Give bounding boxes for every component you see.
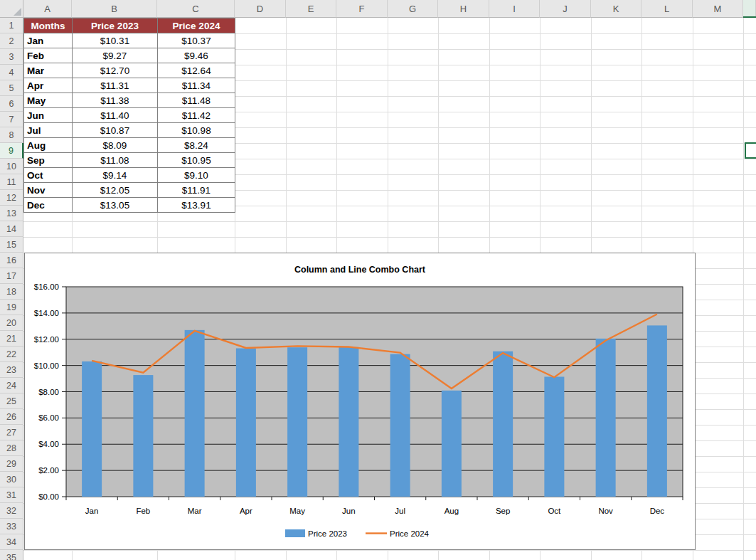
- y-axis-label: $0.00: [38, 492, 59, 501]
- table-header-cell[interactable]: Price 2023: [73, 19, 158, 33]
- row-header-5[interactable]: 5: [0, 80, 23, 96]
- price-cell[interactable]: $10.87: [73, 123, 158, 138]
- price-cell[interactable]: $9.10: [158, 168, 235, 183]
- row-header-35[interactable]: 35: [0, 550, 23, 560]
- column-header-E[interactable]: E: [286, 0, 336, 18]
- row-header-23[interactable]: 23: [0, 362, 23, 378]
- price-cell[interactable]: $11.34: [158, 78, 235, 93]
- month-cell[interactable]: Mar: [24, 63, 73, 78]
- row-header-33[interactable]: 33: [0, 519, 23, 534]
- price-cell[interactable]: $13.91: [158, 198, 235, 213]
- price-cell[interactable]: $11.38: [73, 93, 158, 108]
- price-cell[interactable]: $10.31: [73, 33, 158, 48]
- month-cell[interactable]: Jan: [24, 33, 73, 48]
- price-cell[interactable]: $11.48: [158, 93, 235, 108]
- table-row: Dec$13.05$13.91: [24, 198, 235, 213]
- row-header-3[interactable]: 3: [0, 49, 23, 65]
- price-cell[interactable]: $9.14: [73, 168, 158, 183]
- month-cell[interactable]: Jun: [24, 108, 73, 123]
- row-header-6[interactable]: 6: [0, 96, 23, 112]
- row-header-24[interactable]: 24: [0, 378, 23, 393]
- price-cell[interactable]: $11.42: [158, 108, 235, 123]
- row-header-4[interactable]: 4: [0, 65, 23, 80]
- price-cell[interactable]: $12.64: [158, 63, 235, 78]
- x-axis-label: Aug: [444, 507, 459, 515]
- row-header-10[interactable]: 10: [0, 159, 23, 174]
- price-cell[interactable]: $9.46: [158, 48, 235, 63]
- column-header-F[interactable]: F: [336, 0, 388, 18]
- price-cell[interactable]: $13.05: [73, 198, 158, 213]
- select-all-corner[interactable]: [0, 0, 23, 18]
- column-header-B[interactable]: B: [72, 0, 157, 18]
- price-cell[interactable]: $10.98: [158, 123, 235, 138]
- column-header-K[interactable]: K: [591, 0, 641, 18]
- row-header-27[interactable]: 27: [0, 425, 23, 440]
- price-cell[interactable]: $11.40: [73, 108, 158, 123]
- price-cell[interactable]: $9.27: [73, 48, 158, 63]
- price-cell[interactable]: $11.31: [73, 78, 158, 93]
- column-header-J[interactable]: J: [540, 0, 591, 18]
- y-axis-label: $8.00: [38, 388, 59, 396]
- column-header-H[interactable]: H: [438, 0, 489, 18]
- column-header-partial[interactable]: [743, 0, 756, 18]
- row-header-30[interactable]: 30: [0, 472, 23, 487]
- month-cell[interactable]: Nov: [24, 183, 73, 198]
- row-header-34[interactable]: 34: [0, 534, 23, 550]
- column-header-L[interactable]: L: [641, 0, 693, 18]
- row-header-29[interactable]: 29: [0, 456, 23, 472]
- price-cell[interactable]: $10.37: [158, 33, 235, 48]
- row-header-20[interactable]: 20: [0, 315, 23, 331]
- column-header-D[interactable]: D: [235, 0, 286, 18]
- row-header-21[interactable]: 21: [0, 331, 23, 347]
- row-header-2[interactable]: 2: [0, 33, 23, 49]
- active-cell-selection[interactable]: [745, 142, 756, 159]
- row-header-15[interactable]: 15: [0, 237, 23, 253]
- price-cell[interactable]: $8.24: [158, 138, 235, 153]
- row-header-22[interactable]: 22: [0, 347, 23, 362]
- price-cell[interactable]: $11.91: [158, 183, 235, 198]
- price-cell[interactable]: $11.08: [73, 153, 158, 168]
- month-cell[interactable]: Oct: [24, 168, 73, 183]
- row-header-19[interactable]: 19: [0, 300, 23, 315]
- row-header-12[interactable]: 12: [0, 190, 23, 206]
- table-header-cell[interactable]: Months: [24, 19, 73, 33]
- price-cell[interactable]: $8.09: [73, 138, 158, 153]
- month-cell[interactable]: Apr: [24, 78, 73, 93]
- month-cell[interactable]: Aug: [24, 138, 73, 153]
- row-header-26[interactable]: 26: [0, 409, 23, 425]
- row-header-14[interactable]: 14: [0, 221, 23, 237]
- row-header-16[interactable]: 16: [0, 253, 23, 268]
- row-header-31[interactable]: 31: [0, 487, 23, 503]
- price-cell[interactable]: $12.05: [73, 183, 158, 198]
- month-cell[interactable]: Dec: [24, 198, 73, 213]
- row-header-17[interactable]: 17: [0, 268, 23, 284]
- month-cell[interactable]: Feb: [24, 48, 73, 63]
- table-header-cell[interactable]: Price 2024: [158, 19, 235, 33]
- row-header-32[interactable]: 32: [0, 503, 23, 519]
- row-header-28[interactable]: 28: [0, 440, 23, 456]
- row-header-7[interactable]: 7: [0, 112, 23, 127]
- price-cell[interactable]: $12.70: [73, 63, 158, 78]
- column-header-A[interactable]: A: [23, 0, 72, 18]
- column-header-M[interactable]: M: [693, 0, 743, 18]
- row-header-11[interactable]: 11: [0, 174, 23, 190]
- y-axis-label: $4.00: [38, 440, 59, 448]
- legend-label-bar: Price 2023: [308, 529, 347, 538]
- column-header-G[interactable]: G: [388, 0, 438, 18]
- row-header-25[interactable]: 25: [0, 393, 23, 409]
- column-header-C[interactable]: C: [157, 0, 235, 18]
- row-header-8[interactable]: 8: [0, 127, 23, 143]
- bar: [544, 376, 564, 497]
- row-header-13[interactable]: 13: [0, 206, 23, 221]
- row-header-1[interactable]: 1: [0, 18, 23, 33]
- month-cell[interactable]: May: [24, 93, 73, 108]
- combo-chart-canvas: $16.00$14.00$12.00$10.00$8.00$6.00$4.00$…: [25, 253, 695, 549]
- month-cell[interactable]: Jul: [24, 123, 73, 138]
- table-row: Feb$9.27$9.46: [24, 48, 235, 63]
- combo-chart[interactable]: $16.00$14.00$12.00$10.00$8.00$6.00$4.00$…: [24, 253, 696, 550]
- month-cell[interactable]: Sep: [24, 153, 73, 168]
- row-header-9[interactable]: 9: [0, 143, 23, 159]
- column-header-I[interactable]: I: [489, 0, 540, 18]
- row-header-18[interactable]: 18: [0, 284, 23, 300]
- price-cell[interactable]: $10.95: [158, 153, 235, 168]
